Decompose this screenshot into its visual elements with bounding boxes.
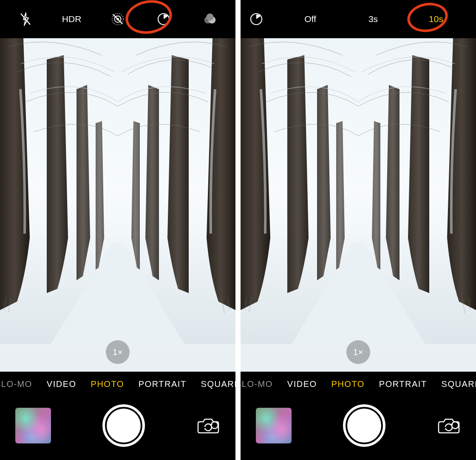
mode-square[interactable]: SQUARE: [201, 379, 235, 389]
timer-icon: [156, 12, 171, 26]
zoom-label: 1×: [353, 347, 363, 357]
mode-strip[interactable]: SLO-MO VIDEO PHOTO PORTRAIT SQUARE: [0, 372, 235, 396]
last-photo-thumbnail[interactable]: [15, 408, 51, 443]
mode-photo[interactable]: PHOTO: [332, 379, 365, 389]
viewfinder[interactable]: 1×: [241, 38, 476, 372]
camera-screen-right: Off 3s 10s: [241, 0, 476, 460]
shutter-button[interactable]: [102, 404, 145, 447]
live-photos-off-icon: [110, 12, 125, 26]
mode-portrait[interactable]: PORTRAIT: [379, 379, 427, 389]
timer-3s-label: 3s: [368, 14, 378, 24]
timer-off-label: Off: [304, 14, 316, 24]
zoom-badge[interactable]: 1×: [106, 340, 130, 364]
flash-toggle[interactable]: [3, 6, 48, 32]
timer-option-10s[interactable]: 10s: [405, 6, 468, 32]
mode-video[interactable]: VIDEO: [47, 379, 76, 389]
mode-slomo[interactable]: SLO-MO: [241, 379, 273, 389]
shutter-inner: [347, 409, 381, 443]
topbar-right: Off 3s 10s: [241, 0, 476, 38]
hdr-label: HDR: [62, 14, 82, 24]
timer-option-off[interactable]: Off: [279, 6, 342, 32]
zoom-badge[interactable]: 1×: [346, 340, 370, 364]
zoom-label: 1×: [113, 347, 123, 357]
topbar-left: HDR: [0, 0, 235, 38]
viewfinder[interactable]: 1×: [0, 38, 235, 372]
hdr-toggle[interactable]: HDR: [48, 6, 94, 32]
annotation-circle: [405, 0, 450, 35]
last-photo-thumbnail[interactable]: [256, 408, 292, 443]
camera-flip-button[interactable]: [437, 415, 461, 436]
filters-icon: [203, 12, 217, 26]
flash-off-icon: [18, 12, 33, 26]
svg-point-8: [206, 14, 213, 21]
mode-video[interactable]: VIDEO: [287, 379, 317, 389]
camera-flip-button[interactable]: [196, 415, 220, 436]
filters-toggle[interactable]: [187, 6, 233, 32]
shutter-button[interactable]: [343, 404, 385, 447]
camera-flip-icon: [197, 417, 219, 435]
mode-photo[interactable]: PHOTO: [91, 379, 124, 389]
camera-screen-left: HDR: [0, 0, 235, 460]
timer-10s-label: 10s: [429, 14, 443, 24]
mode-strip[interactable]: SLO-MO VIDEO PHOTO PORTRAIT SQUARE: [241, 372, 476, 396]
bottom-bar: [0, 396, 235, 460]
mode-portrait[interactable]: PORTRAIT: [139, 379, 187, 389]
scene-image: [241, 38, 476, 344]
timer-icon-button[interactable]: [249, 6, 279, 32]
bottom-bar: [241, 396, 476, 460]
camera-flip-icon: [438, 417, 460, 435]
timer-option-3s[interactable]: 3s: [342, 6, 405, 32]
mode-slomo[interactable]: SLO-MO: [0, 379, 32, 389]
shutter-inner: [107, 409, 141, 443]
mode-square[interactable]: SQUARE: [442, 379, 476, 389]
timer-icon: [249, 12, 264, 26]
scene-image: [0, 38, 235, 344]
timer-toggle[interactable]: [141, 6, 187, 32]
live-photos-toggle[interactable]: [95, 6, 141, 32]
